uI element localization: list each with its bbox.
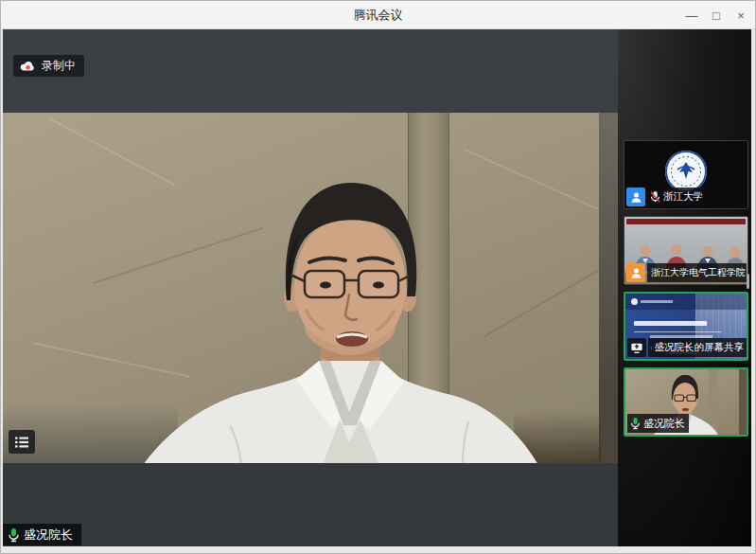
layout-list-button[interactable] [9,430,35,454]
participant-name: 浙江大学 [663,190,703,204]
microphone-active-icon [7,527,21,543]
meeting-content: 录制中 [3,29,751,546]
window-title: 腾讯会议 [1,1,755,29]
minimize-button[interactable]: — [679,1,704,29]
person-icon [630,191,642,204]
main-top-band [3,29,618,113]
main-speaker-video[interactable] [3,113,618,463]
close-button[interactable]: × [729,1,753,29]
participant-name: 浙江大学电气工程学院 [651,266,746,279]
participant-thumb-zhejiang-university[interactable]: 浙江大学 [624,140,748,209]
main-video-area: 录制中 [3,29,618,546]
microphone-active-icon [650,342,653,354]
sidebar-scrollbar[interactable] [747,274,749,289]
speaker-name-label: 盛况院长 [3,524,81,545]
titlebar: 腾讯会议 — □ × [1,1,755,29]
person-icon [630,267,642,279]
slide-title-text [634,321,707,326]
tencent-meeting-window: 腾讯会议 — □ × [0,0,756,554]
speaker-figure [3,113,618,463]
participant-thumb-screen-share[interactable]: 盛况院长的屏幕共享 [624,292,748,361]
recording-label: 录制中 [42,58,76,74]
participants-sidebar: 浙江大学 [618,29,751,546]
list-icon [14,436,29,449]
participant-thumb-dean-sheng[interactable]: 盛况院长 [624,367,748,437]
speaker-name: 盛况院长 [24,527,73,544]
maximize-button[interactable]: □ [704,1,729,29]
microphone-muted-icon [649,190,661,204]
microphone-active-icon [629,417,642,430]
member-badge-orange [626,263,645,282]
window-controls: — □ × [679,1,753,29]
cloud-record-icon [20,60,36,72]
member-badge-blue [626,188,645,206]
participant-thumb-ee-college[interactable]: 浙江大学电气工程学院 [624,216,748,285]
participant-thumbnails: 浙江大学 [624,140,748,443]
participant-name: 盛况院长 [643,417,685,431]
slide-logo [631,298,638,305]
recording-indicator: 录制中 [13,55,84,77]
screen-share-icon [627,338,646,357]
participant-name: 盛况院长的屏幕共享 [655,341,745,354]
